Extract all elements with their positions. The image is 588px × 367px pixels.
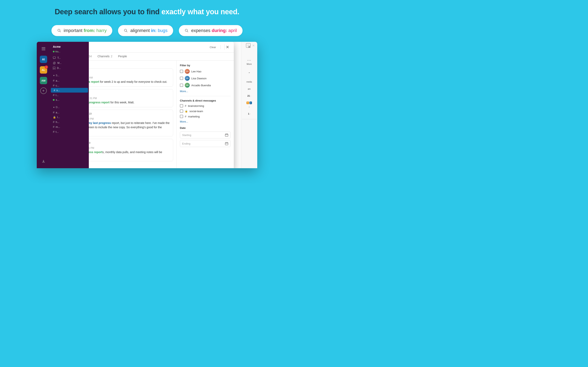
cal-badges-row: 7 2 xyxy=(246,101,252,104)
search-pill-3[interactable]: expenses during: april xyxy=(179,25,242,36)
result-card-1[interactable]: #general — today LZ Lisa Zhang 8:24 AM T… xyxy=(89,68,173,87)
channel-item-c[interactable]: #c... xyxy=(50,83,89,88)
right-panel-more[interactable]: ··· More xyxy=(245,57,253,67)
date-label: Date xyxy=(180,126,231,129)
filter-person-1[interactable]: LH Lee Hao xyxy=(180,69,231,74)
cal-badge-orange: 7 xyxy=(246,101,249,104)
result-text-2: I'm including that progress report for t… xyxy=(89,100,170,105)
filter-person-2[interactable]: LD Lisa Dawson xyxy=(180,76,231,81)
right-panel: ✕ ··· More ⌃ media am 21 › 7 2 › 1 › xyxy=(241,42,257,168)
tab-channels[interactable]: Channels 2 xyxy=(95,53,115,60)
nav-bookmarks[interactable]: D... xyxy=(52,66,87,70)
lock-icon-c2: 🔒 xyxy=(185,110,188,113)
download-icon[interactable] xyxy=(40,158,47,165)
filter-channel-3[interactable]: # marketing xyxy=(180,115,231,118)
workspace-badge-am[interactable]: AM xyxy=(40,77,47,84)
filter-checkbox-c1[interactable] xyxy=(180,104,183,108)
dm-item-a[interactable]: #a... xyxy=(50,110,89,115)
people-more-link[interactable]: More... xyxy=(180,90,231,93)
search-pill-1[interactable]: important from: harry xyxy=(52,25,112,36)
svg-rect-7 xyxy=(42,49,45,49)
search-input[interactable] xyxy=(89,45,206,49)
search-icon xyxy=(185,29,189,33)
dm-item-t[interactable]: #t... xyxy=(50,129,89,134)
hash-icon-c1: # xyxy=(185,104,186,108)
result-card-4[interactable]: #development — Jul 10, 2019 MB Matt Brew… xyxy=(89,139,173,161)
filter-checkbox-p1[interactable] xyxy=(180,70,183,73)
filter-by-label: Filter by xyxy=(180,64,231,67)
nav-threads[interactable]: T... xyxy=(52,56,87,60)
dm-item-lock[interactable]: 🔒l... xyxy=(50,115,89,119)
channel-item-s-active[interactable]: #s... xyxy=(51,88,88,92)
nav-mentions[interactable]: @ M... xyxy=(52,60,87,66)
calendar-icon-starting xyxy=(225,133,228,137)
channel-item-a[interactable]: #a... xyxy=(50,78,89,83)
app-window: AI AL 1 AM + Acme Ma... T... xyxy=(37,42,257,168)
search-pill-2[interactable]: alignment in: bugs xyxy=(118,25,173,36)
filter-channel-2[interactable]: 🔒 social-team xyxy=(180,109,231,113)
result-text-1: The new progress report for week 2 is up… xyxy=(89,80,170,84)
search-icon xyxy=(57,29,61,33)
filter-channel-name-3: marketing xyxy=(188,115,200,118)
result-card-header-2: #planning — Sep 21, 2019 xyxy=(89,92,170,95)
channel-item-l[interactable]: #l... xyxy=(50,92,89,98)
result-time-2: 12:31 PM xyxy=(89,97,97,100)
channel-item-s2[interactable]: s... xyxy=(50,98,89,102)
filter-name-p3: Arcadio Buendia xyxy=(191,84,211,87)
result-card-body-3: SP Sara Parras 4:13 PM I've included it … xyxy=(89,117,170,134)
filter-checkbox-p3[interactable] xyxy=(180,83,183,87)
more-dots-icon: ··· xyxy=(247,58,251,62)
filter-panel: Filter by LH Lee Hao LD Lisa Dawson xyxy=(177,60,234,168)
badge-count-nav[interactable]: › xyxy=(249,106,250,108)
date-ending-input[interactable]: Ending xyxy=(180,140,231,147)
add-workspace-button[interactable]: + xyxy=(40,87,47,94)
date-arrow: › xyxy=(250,95,251,97)
filter-checkbox-c3[interactable] xyxy=(180,115,183,118)
svg-rect-20 xyxy=(247,45,249,46)
svg-line-5 xyxy=(187,31,188,32)
window-close-button[interactable]: ✕ xyxy=(252,44,255,48)
hero-section: Deep search allows you to find exactly w… xyxy=(0,0,294,21)
svg-rect-6 xyxy=(42,47,45,48)
filter-person-3[interactable]: AB Arcadio Buendia xyxy=(180,83,231,88)
result-card-2[interactable]: #planning — Sep 21, 2019 JD Jagdeep Das … xyxy=(89,89,173,107)
date-nav[interactable]: 21 › xyxy=(247,95,251,97)
search-results-area: Most relevant ▾ #general — today LZ Lisa… xyxy=(89,60,234,168)
sort-row: Most relevant ▾ xyxy=(89,63,173,66)
workspace-name[interactable]: Acme xyxy=(50,43,89,50)
page-arrow: › xyxy=(250,113,250,115)
channel-more-link[interactable]: More... xyxy=(180,120,231,123)
pill2-text: alignment in: bugs xyxy=(130,28,167,33)
search-pills-row: important from: harry alignment in: bugs… xyxy=(0,25,294,36)
svg-rect-9 xyxy=(53,57,56,58)
tab-files[interactable]: Files 234 xyxy=(89,53,95,60)
search-clear-button[interactable]: Clear xyxy=(208,45,218,50)
hamburger-menu-icon[interactable] xyxy=(40,45,47,52)
dms-section-header: ▼ D... xyxy=(50,105,89,110)
minimize-button[interactable] xyxy=(246,43,251,48)
filter-avatar-p1: LH xyxy=(185,69,190,74)
result-card-header-3: #development — Sep 18, 2019 xyxy=(89,112,170,115)
workspace-sidebar: AI AL 1 AM + xyxy=(37,42,50,168)
main-content: Clear ✕ Messages 9k Files 234 Channels 2… xyxy=(89,42,241,168)
results-list: Most relevant ▾ #general — today LZ Lisa… xyxy=(89,60,177,168)
filter-checkbox-c2[interactable] xyxy=(180,109,183,113)
search-icon xyxy=(124,29,128,33)
workspace-badge-ai[interactable]: AI xyxy=(40,56,47,63)
result-content-1: Lisa Zhang 8:24 AM The new progress repo… xyxy=(89,76,170,84)
dm-item-h[interactable]: #h... xyxy=(50,119,89,124)
result-content-4: Matt Brewer 4:21 PM Yep, all the progres… xyxy=(89,146,170,159)
pill3-text: expenses during: april xyxy=(191,28,237,33)
page-nav[interactable]: 1 › xyxy=(248,113,250,115)
channels-filter-label: Channels & direct messages xyxy=(180,99,231,102)
result-content-2: Jagdeep Das 12:31 PM I'm including that … xyxy=(89,96,170,105)
tab-people[interactable]: People xyxy=(115,53,130,60)
search-close-button[interactable]: ✕ xyxy=(224,44,231,50)
date-starting-input[interactable]: Starting xyxy=(180,132,231,138)
filter-channel-1[interactable]: # brainstorming xyxy=(180,104,231,108)
result-card-3[interactable]: #development — Sep 18, 2019 SP Sara Parr… xyxy=(89,110,173,136)
dm-item-m[interactable]: #m... xyxy=(50,124,89,129)
filter-channel-name-1: brainstorming xyxy=(188,104,204,108)
filter-checkbox-p2[interactable] xyxy=(180,77,183,80)
expand-icon[interactable]: ⌃ xyxy=(248,72,251,75)
